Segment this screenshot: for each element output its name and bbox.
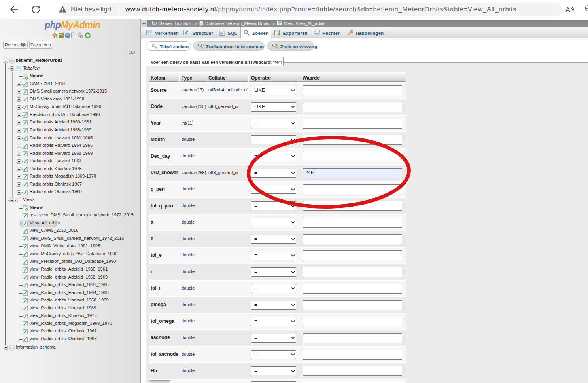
svg-text:A: A <box>565 6 570 14</box>
